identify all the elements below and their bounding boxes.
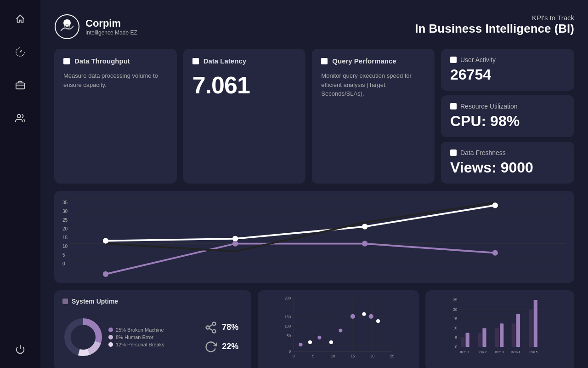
svg-text:200: 200 (285, 296, 291, 300)
svg-point-55 (308, 340, 312, 344)
line-chart-card: 0 5 10 15 20 25 30 35 (54, 191, 574, 283)
svg-point-29 (213, 329, 216, 333)
resource-utilization-value: CPU: 98% (450, 113, 565, 130)
svg-point-27 (213, 322, 216, 325)
uptime-content: 25% Broken Machine 8% Human Error 12% Pe… (62, 310, 243, 363)
card-header: Data Latency (192, 57, 297, 65)
section-title: System Uptime (62, 298, 243, 305)
svg-point-57 (329, 340, 333, 344)
svg-text:Item 1: Item 1 (460, 351, 469, 354)
svg-point-58 (339, 328, 342, 332)
bar-chart-card: 25 20 15 10 5 0 (425, 290, 574, 368)
svg-text:0: 0 (289, 350, 291, 354)
share-icon (204, 321, 217, 334)
home-icon[interactable] (11, 9, 30, 29)
svg-text:Item 2: Item 2 (477, 351, 486, 354)
svg-rect-77 (478, 333, 481, 347)
card-title: Data Latency (204, 57, 246, 65)
svg-point-19 (103, 271, 108, 277)
data-freshness-value: Views: 9000 (450, 159, 565, 176)
card-title: Data Throughput (74, 57, 130, 65)
svg-text:150: 150 (285, 315, 291, 319)
svg-point-56 (317, 336, 321, 339)
share-stat: 78% (204, 321, 238, 334)
y-axis-labels: 0 5 10 15 20 25 30 35 (62, 198, 70, 276)
bar-chart-svg: 25 20 15 10 5 0 (434, 298, 566, 363)
card-icon (63, 58, 70, 64)
system-uptime-card: System Uptime 25% Broken Machine (54, 290, 251, 368)
svg-rect-76 (465, 333, 469, 347)
users-icon[interactable] (11, 109, 30, 128)
briefcase-icon[interactable] (11, 75, 30, 95)
logo-area: Corpim Intelligence Made EZ (54, 14, 137, 40)
power-icon[interactable] (11, 339, 30, 359)
chart-area: Error Rate Error Rate Error Rate Error R… (70, 198, 566, 276)
svg-point-15 (103, 238, 108, 243)
card-desc: Measure data processing volume to ensure… (63, 71, 168, 89)
card-header: Data Throughput (63, 57, 168, 65)
svg-text:Item 4: Item 4 (511, 351, 520, 354)
svg-text:25: 25 (390, 354, 395, 358)
main-content: Corpim Intelligence Made EZ KPI's to Tra… (40, 0, 588, 368)
refresh-icon (204, 340, 217, 353)
kpi-title: In Business Intelligence (BI) (415, 22, 574, 36)
logo-title: Corpim (85, 17, 137, 29)
card-icon (192, 58, 199, 64)
svg-point-18 (492, 202, 498, 208)
refresh-stat: 22% (204, 340, 238, 353)
line-chart-section: 0 5 10 15 20 25 30 35 (54, 191, 574, 283)
data-latency-card: Data Latency 7.061 (183, 49, 306, 184)
svg-line-31 (209, 324, 213, 327)
svg-point-62 (376, 319, 380, 323)
svg-point-60 (362, 312, 366, 316)
stat-icon (450, 103, 457, 109)
svg-point-22 (492, 250, 498, 256)
svg-rect-83 (529, 310, 532, 347)
svg-rect-79 (495, 328, 499, 347)
svg-rect-81 (511, 323, 515, 347)
scatter-chart-card: 200 150 100 50 0 0 5 10 15 20 25 (258, 290, 419, 368)
svg-line-30 (209, 328, 213, 330)
svg-text:Item 3: Item 3 (495, 351, 504, 354)
svg-text:5: 5 (455, 336, 457, 340)
stat-label: User Activity (450, 56, 565, 63)
logo-subtitle: Intelligence Made EZ (85, 29, 137, 36)
stat-label: Resource Utilization (450, 103, 565, 110)
svg-point-28 (206, 326, 209, 329)
card-title: Query Performance (332, 57, 396, 65)
data-freshness-block: Data Freshness Views: 9000 (441, 142, 574, 184)
legend-item: 25% Broken Machine (108, 327, 164, 333)
svg-text:15: 15 (351, 354, 356, 358)
header: Corpim Intelligence Made EZ KPI's to Tra… (54, 14, 574, 40)
section-icon (62, 299, 68, 304)
sidebar (0, 0, 40, 368)
svg-text:100: 100 (285, 324, 291, 328)
svg-text:0: 0 (455, 345, 457, 349)
logo-icon (54, 14, 80, 40)
svg-text:20: 20 (453, 308, 458, 312)
card-value: 7.061 (192, 71, 297, 99)
refresh-value: 22% (222, 342, 238, 351)
svg-rect-84 (533, 300, 537, 347)
svg-text:0: 0 (293, 354, 295, 358)
dashboard-icon[interactable] (11, 42, 30, 62)
share-value: 78% (222, 322, 238, 332)
card-desc: Monitor query execution speed for effici… (321, 71, 425, 98)
svg-rect-75 (461, 338, 464, 347)
stat-icon (450, 150, 457, 156)
svg-point-5 (63, 19, 71, 27)
svg-point-16 (232, 236, 238, 242)
svg-rect-0 (16, 83, 24, 89)
scatter-chart-svg: 200 150 100 50 0 0 5 10 15 20 25 (266, 298, 411, 363)
logo-text: Corpim Intelligence Made EZ (85, 17, 137, 36)
legend-dot (108, 335, 113, 339)
svg-text:15: 15 (453, 317, 458, 321)
svg-point-2 (17, 115, 21, 118)
legend-dot (108, 342, 113, 347)
legend: 25% Broken Machine 8% Human Error 12% Pe… (108, 327, 164, 347)
svg-text:50: 50 (287, 334, 291, 338)
svg-text:10: 10 (331, 354, 336, 358)
svg-text:20: 20 (370, 354, 375, 358)
svg-point-59 (351, 314, 355, 319)
bottom-row: System Uptime 25% Broken Machine (54, 290, 574, 368)
